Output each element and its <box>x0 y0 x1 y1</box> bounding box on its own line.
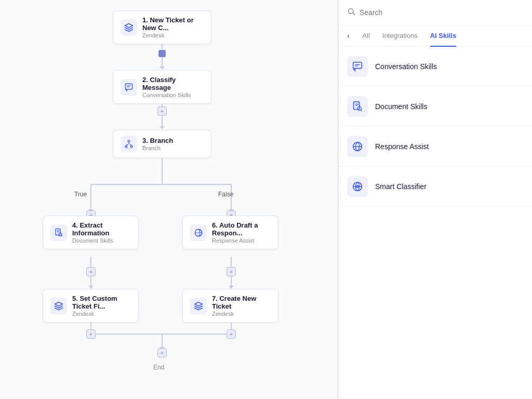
branch-connector-dot <box>158 50 166 57</box>
document-skill-name: Document Skills <box>375 102 427 111</box>
svg-line-33 <box>353 13 355 15</box>
node7-subtitle: Zendesk <box>212 311 271 317</box>
skills-list: Conversation Skills Document Skills <box>339 47 532 399</box>
node5-subtitle: Zendesk <box>72 311 131 317</box>
add-btn-node6-below[interactable]: + <box>227 267 236 276</box>
node7-title: 7. Create New Ticket <box>212 295 271 310</box>
node2-title: 2. Classify Message <box>142 76 204 91</box>
node2-subtitle: Conversation Skills <box>142 92 204 98</box>
add-btn-bottom-right[interactable]: + <box>227 329 236 339</box>
tab-all[interactable]: All <box>362 25 369 47</box>
add-btn-center-bottom[interactable]: + <box>157 348 167 357</box>
node-new-ticket[interactable]: 1. New Ticket or New C... Zendesk <box>113 10 211 44</box>
skills-panel: ‹ All Integrations AI Skills Conversatio… <box>338 0 532 399</box>
conversation-icon <box>121 79 137 96</box>
document-skill-icon <box>347 96 368 117</box>
end-label: End <box>153 364 164 371</box>
branch-true-label: True <box>74 191 87 198</box>
flow-lines <box>13 0 325 399</box>
tab-integrations[interactable]: Integrations <box>382 25 418 47</box>
node1-subtitle: Zendesk <box>142 32 204 38</box>
search-input[interactable] <box>360 8 524 17</box>
conversation-skill-name: Conversation Skills <box>375 62 437 71</box>
node4-title: 4. Extract Information <box>72 221 131 237</box>
node3-subtitle: Branch <box>142 145 173 151</box>
svg-rect-34 <box>353 62 362 69</box>
node-extract-information[interactable]: 4. Extract Information Document Skills <box>43 216 139 249</box>
svg-marker-5 <box>159 126 165 129</box>
document-skills-icon <box>50 224 67 241</box>
classifier-skill-icon <box>347 176 368 197</box>
svg-rect-23 <box>125 84 132 89</box>
node-set-custom-ticket[interactable]: 5. Set Custom Ticket Fi... Zendesk <box>43 289 139 323</box>
response-assist-icon <box>190 224 207 241</box>
response-skill-name: Response Assist <box>375 142 429 151</box>
add-btn-bottom-left[interactable]: + <box>86 329 96 339</box>
conversation-skill-icon <box>347 56 368 77</box>
svg-marker-2 <box>159 66 165 70</box>
node1-title: 1. New Ticket or New C... <box>142 16 204 32</box>
classifier-skill-name: Smart Classifier <box>375 182 427 191</box>
tab-ai-skills[interactable]: AI Skills <box>430 25 457 47</box>
node6-title: 6. Auto Draft a Respon... <box>212 221 271 237</box>
add-btn-2-3[interactable]: + <box>157 107 167 116</box>
node-create-new-ticket[interactable]: 7. Create New Ticket Zendesk <box>182 289 278 323</box>
branch-false-label: False <box>218 191 233 198</box>
skill-item-classifier[interactable]: Smart Classifier <box>339 167 532 207</box>
skill-item-document[interactable]: Document Skills <box>339 87 532 127</box>
skill-item-response[interactable]: Response Assist <box>339 127 532 167</box>
response-skill-icon <box>347 136 368 157</box>
zendesk3-icon <box>190 298 207 314</box>
node-branch[interactable]: 3. Branch Branch <box>113 130 211 158</box>
node5-title: 5. Set Custom Ticket Fi... <box>72 295 131 310</box>
branch-icon <box>121 136 137 152</box>
back-button[interactable]: ‹ <box>347 26 350 46</box>
skill-item-conversation[interactable]: Conversation Skills <box>339 47 532 87</box>
node3-title: 3. Branch <box>142 137 173 144</box>
add-btn-node4-below[interactable]: + <box>86 267 96 276</box>
zendesk2-icon <box>50 298 67 314</box>
tabs-row: ‹ All Integrations AI Skills <box>339 25 532 47</box>
node-classify-message[interactable]: 2. Classify Message Conversation Skills <box>113 70 211 104</box>
flow-canvas: 1. New Ticket or New C... Zendesk 2. Cla… <box>13 0 325 5</box>
node6-subtitle: Response Assist <box>212 237 271 244</box>
node-auto-draft[interactable]: 6. Auto Draft a Respon... Response Assis… <box>182 216 278 249</box>
node4-subtitle: Document Skills <box>72 237 131 244</box>
search-icon <box>347 7 355 18</box>
flow-panel: 1. New Ticket or New C... Zendesk 2. Cla… <box>0 0 338 399</box>
search-bar <box>339 0 532 25</box>
zendesk-icon <box>121 19 137 36</box>
